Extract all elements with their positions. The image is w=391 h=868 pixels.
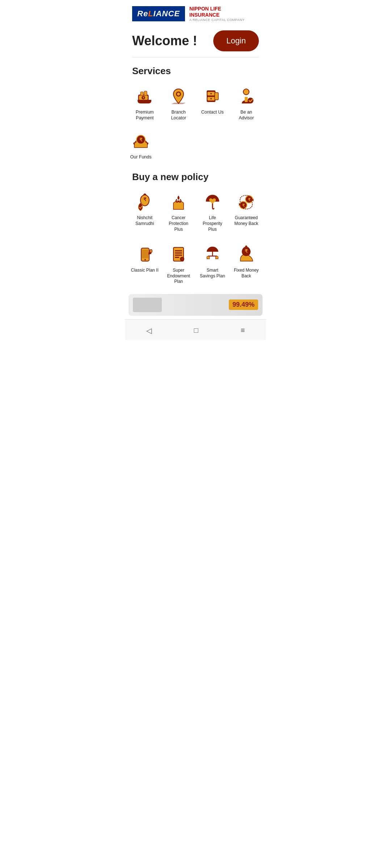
service-premium-payment[interactable]: ₹ PremiumPayment: [129, 82, 161, 125]
smart-savings-icon: [202, 244, 223, 265]
bottom-banner: 99.49%: [129, 294, 262, 316]
svg-rect-26: [142, 250, 148, 258]
svg-point-11: [210, 93, 212, 94]
life-prosperity-icon: [202, 191, 223, 213]
policy-nishchit[interactable]: ₹ NishchitSamrudhi: [129, 188, 161, 236]
policy-nishchit-label: NishchitSamrudhi: [135, 215, 154, 226]
service-advisor-label: Be anAdvisor: [239, 109, 254, 121]
svg-text:₹: ₹: [143, 197, 147, 202]
policy-classic[interactable]: Classic Plan II: [129, 240, 161, 288]
svg-text:₹: ₹: [242, 203, 245, 208]
contact-us-icon: [202, 85, 223, 107]
svg-text:₹: ₹: [245, 248, 248, 254]
policy-grid-row1: ₹ NishchitSamrudhi CancerProtectionPlus: [125, 186, 266, 238]
service-advisor[interactable]: Be anAdvisor: [230, 82, 263, 125]
svg-point-41: [215, 256, 218, 259]
divider: [132, 57, 259, 58]
service-contact-us[interactable]: Contact Us: [196, 82, 229, 125]
welcome-text: Welcome !: [132, 33, 197, 48]
cancer-icon: [168, 191, 189, 213]
service-our-funds[interactable]: ₹ Our Funds: [129, 127, 153, 163]
policy-cancer[interactable]: CancerProtectionPlus: [163, 188, 195, 236]
policy-life-prosperity[interactable]: LifeProsperityPlus: [196, 188, 229, 236]
funds-icon: ₹: [130, 130, 152, 152]
premium-payment-icon: ₹: [134, 85, 156, 107]
services-title: Services: [125, 60, 266, 80]
svg-rect-28: [150, 250, 152, 252]
policy-smart-savings[interactable]: SmartSavings Plan: [196, 240, 229, 288]
nippon-logo-text: NIPPON LIFEINSURANCE A RELIANCE CAPITAL …: [189, 6, 244, 22]
home-button[interactable]: □: [187, 325, 206, 336]
policy-endowment-label: SuperEndowmentPlan: [167, 268, 190, 285]
svg-point-40: [207, 256, 210, 259]
policy-guaranteed-label: GuaranteedMoney Back: [234, 215, 258, 226]
service-our-funds-label: Our Funds: [130, 154, 151, 160]
guaranteed-icon: ₹ ₹: [235, 191, 257, 213]
policy-guaranteed[interactable]: ₹ ₹ GuaranteedMoney Back: [230, 188, 263, 236]
svg-rect-15: [245, 97, 248, 102]
service-branch-locator[interactable]: BranchLocator: [163, 82, 195, 125]
svg-rect-31: [175, 252, 182, 254]
reliance-logo: ReLIANCE: [132, 6, 185, 21]
service-branch-locator-label: BranchLocator: [171, 109, 186, 121]
welcome-section: Welcome ! Login: [125, 25, 266, 55]
svg-point-12: [210, 98, 212, 99]
svg-rect-13: [215, 93, 218, 100]
back-button[interactable]: ◁: [139, 325, 159, 336]
policy-endowment[interactable]: ! SuperEndowmentPlan: [163, 240, 195, 288]
svg-rect-4: [140, 92, 143, 95]
advisor-icon: [235, 85, 257, 107]
policy-smart-savings-label: SmartSavings Plan: [200, 268, 225, 279]
svg-text:₹: ₹: [139, 137, 143, 142]
svg-point-16: [248, 98, 253, 103]
svg-point-7: [177, 93, 180, 95]
svg-rect-30: [175, 250, 182, 251]
policy-fixed-money-back[interactable]: ₹ Fixed MoneyBack: [230, 240, 263, 288]
nippon-name: NIPPON LIFEINSURANCE: [189, 6, 244, 18]
nav-bar: ◁ □ ≡: [125, 319, 266, 340]
endowment-icon: !: [168, 244, 189, 265]
header: ReLIANCE NIPPON LIFEINSURANCE A RELIANCE…: [125, 0, 266, 25]
funds-row: ₹ Our Funds: [125, 127, 266, 166]
nishchit-icon: ₹: [134, 191, 156, 213]
services-grid: ₹ PremiumPayment BranchLocator: [125, 80, 266, 127]
policy-life-prosperity-label: LifeProsperityPlus: [203, 215, 222, 232]
login-button[interactable]: Login: [213, 30, 259, 51]
service-premium-payment-label: PremiumPayment: [136, 109, 154, 121]
service-contact-us-label: Contact Us: [201, 109, 224, 115]
policy-classic-label: Classic Plan II: [131, 268, 159, 273]
policy-cancer-label: CancerProtectionPlus: [169, 215, 188, 232]
branch-locator-icon: [168, 85, 189, 107]
svg-rect-32: [175, 255, 182, 256]
svg-point-27: [144, 259, 146, 260]
policy-grid-row2: Classic Plan II ! SuperEndowmentPlan: [125, 238, 266, 290]
svg-rect-5: [144, 91, 147, 95]
svg-point-14: [243, 89, 249, 95]
policies-title: Buy a new policy: [125, 166, 266, 186]
fixed-money-back-icon: ₹: [235, 244, 257, 265]
svg-text:₹: ₹: [248, 197, 251, 202]
classic-plan-icon: [134, 244, 156, 265]
menu-button[interactable]: ≡: [234, 325, 252, 336]
svg-rect-33: [175, 257, 179, 258]
policy-fixed-money-back-label: Fixed MoneyBack: [234, 268, 259, 279]
svg-text:!: !: [182, 258, 182, 261]
reliance-tagline: A RELIANCE CAPITAL COMPANY: [189, 18, 244, 22]
